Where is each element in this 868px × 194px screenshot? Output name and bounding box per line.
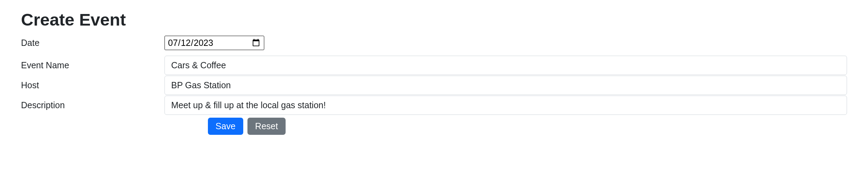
host-input[interactable] [164, 76, 847, 95]
reset-button[interactable]: Reset [247, 118, 286, 135]
button-row: Save Reset [21, 118, 472, 135]
description-label: Description [21, 98, 164, 112]
save-button[interactable]: Save [208, 118, 243, 135]
form-row-date: Date [21, 36, 847, 50]
date-label: Date [21, 36, 164, 50]
date-input[interactable] [164, 36, 264, 50]
create-event-form: Date Event Name Host Description Save Re… [21, 36, 847, 135]
description-input[interactable] [164, 96, 847, 115]
event-name-input[interactable] [164, 56, 847, 75]
host-label: Host [21, 78, 164, 92]
event-name-label: Event Name [21, 58, 164, 72]
page-title: Create Event [21, 10, 847, 29]
form-row-event-name: Event Name [21, 56, 847, 75]
form-row-description: Description [21, 96, 847, 115]
form-row-host: Host [21, 76, 847, 95]
